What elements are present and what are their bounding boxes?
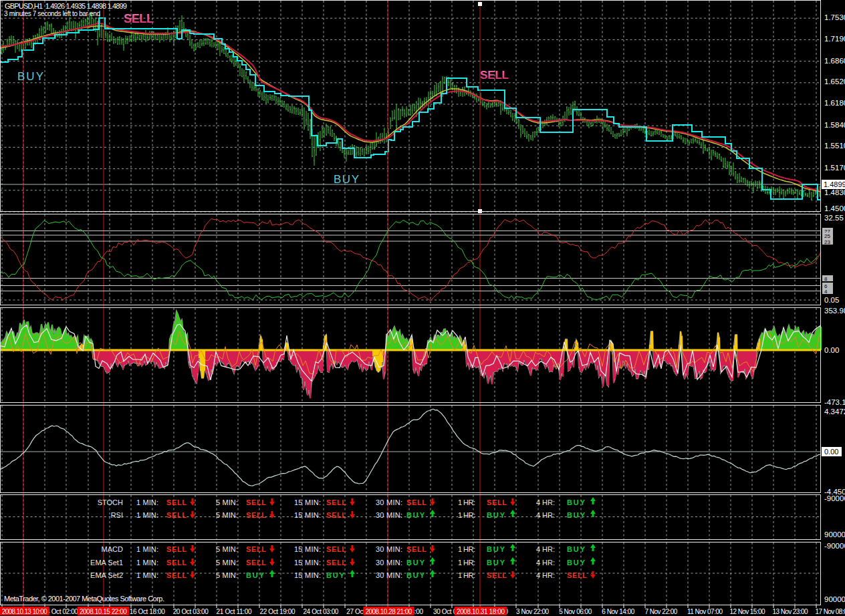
svg-text:1 HR:: 1 HR: [458, 559, 475, 567]
svg-text:15 MIN:: 15 MIN: [294, 571, 321, 579]
svg-text:SELL: SELL [480, 69, 509, 82]
svg-text:BUY: BUY [567, 545, 586, 553]
svg-text:25: 25 [824, 233, 830, 239]
svg-text:1.4830: 1.4830 [824, 188, 845, 196]
svg-text:2008.10.28 21:00: 2008.10.28 21:00 [365, 608, 412, 615]
svg-text:1.7190: 1.7190 [824, 35, 845, 43]
svg-text:1 MIN:: 1 MIN: [136, 571, 158, 579]
svg-text:SELL: SELL [487, 498, 507, 506]
svg-text:1.5510: 1.5510 [824, 142, 845, 150]
svg-text:16 Oct 18:00: 16 Oct 18:00 [130, 608, 165, 615]
svg-text:BUY: BUY [17, 70, 43, 83]
svg-text:15 MIN:: 15 MIN: [294, 545, 321, 553]
svg-text:SELL: SELL [166, 511, 187, 519]
svg-text:BUY: BUY [334, 173, 359, 186]
svg-text:1.4500: 1.4500 [824, 204, 845, 212]
svg-text:4 HR:: 4 HR: [536, 559, 555, 567]
svg-text:15 MIN:: 15 MIN: [294, 559, 321, 567]
svg-text:BUY: BUY [487, 545, 505, 553]
svg-text:BUY: BUY [326, 571, 345, 579]
svg-text:1 HR:: 1 HR: [458, 571, 475, 579]
svg-text:SELL: SELL [166, 498, 187, 506]
svg-text:5 Nov 06:00: 5 Nov 06:00 [559, 608, 592, 615]
svg-text:7 Nov 22:00: 7 Nov 22:00 [644, 608, 677, 615]
svg-text:0.00: 0.00 [824, 448, 838, 456]
svg-text:1.5170: 1.5170 [824, 164, 845, 172]
svg-text:SELL: SELL [246, 498, 266, 506]
svg-text:3 minutes 7 seconds left to ba: 3 minutes 7 seconds left to bar end [4, 10, 100, 17]
svg-text:6 Nov 14:00: 6 Nov 14:00 [602, 608, 634, 615]
svg-text:SELL: SELL [326, 559, 346, 567]
svg-text:SELL: SELL [246, 559, 266, 567]
svg-text:SELL: SELL [166, 545, 187, 553]
svg-text:MACD: MACD [102, 545, 123, 553]
svg-text:EMA Set2: EMA Set2 [90, 571, 123, 579]
svg-text:1 HR:: 1 HR: [458, 498, 475, 506]
svg-text:4 HR:: 4 HR: [536, 545, 555, 553]
svg-text:12 Nov 15:00: 12 Nov 15:00 [730, 608, 765, 615]
svg-text:4 HR:: 4 HR: [536, 511, 555, 519]
svg-text:SELL: SELL [166, 559, 187, 567]
svg-text:21 Oct 11:00: 21 Oct 11:00 [217, 608, 252, 615]
svg-text:0.00: 0.00 [824, 346, 839, 354]
svg-text:-473.156: -473.156 [824, 398, 845, 406]
svg-text:5 MIN:: 5 MIN: [216, 498, 238, 506]
svg-text:2008.10.31 18:00: 2008.10.31 18:00 [457, 608, 505, 615]
svg-text:1.6180: 1.6180 [824, 99, 845, 107]
svg-text:30 MIN:: 30 MIN: [376, 571, 402, 579]
svg-text:BUY: BUY [487, 559, 505, 567]
svg-text:BUY: BUY [406, 511, 425, 519]
svg-text:20 Oct 03:00: 20 Oct 03:00 [173, 608, 209, 615]
svg-text:1 MIN:: 1 MIN: [136, 559, 158, 567]
svg-text:15 MIN:: 15 MIN: [294, 498, 321, 506]
svg-text:BUY: BUY [406, 571, 425, 579]
svg-text:5 MIN:: 5 MIN: [216, 571, 238, 579]
svg-text:2008.10.13 10:00: 2008.10.13 10:00 [2, 608, 47, 615]
svg-text:1.5840: 1.5840 [824, 121, 845, 129]
svg-text:1 MIN:: 1 MIN: [136, 511, 158, 519]
svg-text:2008.10.15 22:00: 2008.10.15 22:00 [80, 608, 127, 615]
svg-text:353.988: 353.988 [824, 307, 845, 315]
svg-text:8: 8 [824, 276, 828, 282]
svg-text:1 MIN:: 1 MIN: [136, 498, 158, 506]
svg-text:30 MIN:: 30 MIN: [376, 498, 402, 506]
svg-text:SELL: SELL [246, 545, 266, 553]
svg-text:1 HR:: 1 HR: [458, 511, 475, 519]
svg-text:3 Nov 22:00: 3 Nov 22:00 [516, 608, 549, 615]
svg-text:11 Nov 07:00: 11 Nov 07:00 [687, 608, 723, 615]
svg-text:BUY: BUY [487, 511, 505, 519]
svg-text:EMA Set1: EMA Set1 [90, 559, 123, 567]
svg-text:GBPUSD,H1 1.4926 1.4935 1.489: GBPUSD,H1 1.4926 1.4935 1.4898 1.4899 [5, 2, 127, 10]
svg-text:30 MIN:: 30 MIN: [376, 559, 402, 567]
svg-text:SELL: SELL [326, 498, 346, 506]
svg-text:30 MIN:: 30 MIN: [376, 511, 402, 519]
svg-text:1.4899: 1.4899 [824, 180, 845, 188]
svg-text:13 Nov 23:00: 13 Nov 23:00 [773, 608, 808, 615]
svg-text:0.05: 0.05 [824, 296, 839, 304]
svg-text:SELL: SELL [567, 571, 587, 579]
svg-text:-9000000: -9000000 [824, 494, 845, 502]
svg-text:-9000000: -9000000 [824, 542, 845, 550]
svg-text:1 MIN:: 1 MIN: [136, 545, 158, 553]
svg-text:1.6520: 1.6520 [824, 78, 845, 86]
svg-text:RSI: RSI [111, 511, 123, 519]
svg-text:BUY: BUY [567, 559, 586, 567]
svg-text:32.55: 32.55 [824, 214, 844, 222]
svg-text:SELL: SELL [326, 545, 346, 553]
svg-text:1.7530: 1.7530 [824, 13, 845, 21]
svg-text:SELL: SELL [166, 571, 187, 579]
svg-text:23: 23 [824, 239, 830, 245]
svg-text:BUY: BUY [406, 559, 425, 567]
svg-text:MetaTrader, © 2001-2007 MetaQu: MetaTrader, © 2001-2007 MetaQuotes Softw… [4, 595, 164, 603]
svg-text:5 MIN:: 5 MIN: [216, 511, 238, 519]
svg-text:1 HR:: 1 HR: [458, 545, 475, 553]
svg-text:SELL: SELL [246, 511, 266, 519]
svg-text:15 MIN:: 15 MIN: [294, 511, 321, 519]
svg-text:22 Oct 19:00: 22 Oct 19:00 [260, 608, 295, 615]
svg-text:BUY: BUY [567, 511, 586, 519]
svg-text:4 HR:: 4 HR: [536, 571, 555, 579]
svg-text:17 Nov 08:00: 17 Nov 08:00 [816, 608, 845, 615]
svg-text:SELL: SELL [406, 498, 427, 506]
svg-text:9000000: 9000000 [824, 595, 845, 603]
svg-text:1.6860: 1.6860 [824, 57, 845, 65]
